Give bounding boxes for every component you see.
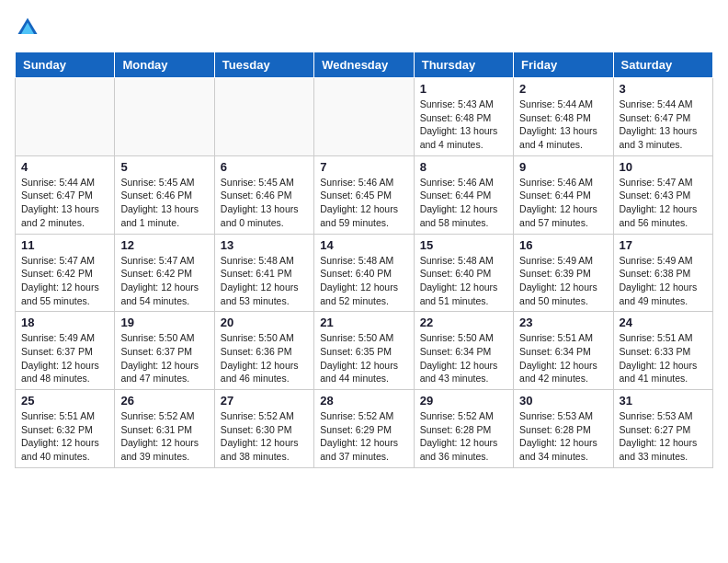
- calendar-cell: 18Sunrise: 5:49 AM Sunset: 6:37 PM Dayli…: [16, 312, 115, 390]
- logo-icon: [15, 15, 40, 40]
- calendar-cell: 14Sunrise: 5:48 AM Sunset: 6:40 PM Dayli…: [314, 234, 414, 312]
- day-number: 24: [620, 316, 707, 329]
- day-number: 12: [120, 238, 208, 252]
- day-info: Sunrise: 5:50 AM Sunset: 6:35 PM Dayligh…: [320, 331, 407, 385]
- day-number: 9: [519, 160, 607, 174]
- calendar-cell: 6Sunrise: 5:45 AM Sunset: 6:46 PM Daylig…: [214, 155, 313, 234]
- day-info: Sunrise: 5:50 AM Sunset: 6:37 PM Dayligh…: [120, 331, 208, 385]
- header-monday: Monday: [115, 52, 214, 78]
- calendar-cell: 24Sunrise: 5:51 AM Sunset: 6:33 PM Dayli…: [613, 312, 712, 390]
- day-info: Sunrise: 5:51 AM Sunset: 6:33 PM Dayligh…: [620, 331, 707, 385]
- calendar-cell: 10Sunrise: 5:47 AM Sunset: 6:43 PM Dayli…: [613, 155, 712, 234]
- day-info: Sunrise: 5:48 AM Sunset: 6:40 PM Dayligh…: [320, 254, 407, 308]
- calendar-cell: 4Sunrise: 5:44 AM Sunset: 6:47 PM Daylig…: [16, 155, 115, 234]
- calendar-cell: 23Sunrise: 5:51 AM Sunset: 6:34 PM Dayli…: [514, 312, 613, 390]
- calendar-week-2: 4Sunrise: 5:44 AM Sunset: 6:47 PM Daylig…: [16, 155, 713, 234]
- calendar-week-4: 18Sunrise: 5:49 AM Sunset: 6:37 PM Dayli…: [16, 312, 713, 390]
- day-number: 15: [420, 238, 507, 252]
- calendar-cell: [314, 78, 414, 156]
- calendar-cell: 15Sunrise: 5:48 AM Sunset: 6:40 PM Dayli…: [414, 234, 513, 312]
- day-info: Sunrise: 5:53 AM Sunset: 6:28 PM Dayligh…: [519, 409, 607, 464]
- calendar-cell: 3Sunrise: 5:44 AM Sunset: 6:47 PM Daylig…: [613, 78, 712, 156]
- calendar-cell: 11Sunrise: 5:47 AM Sunset: 6:42 PM Dayli…: [16, 234, 115, 312]
- day-number: 7: [320, 160, 407, 174]
- calendar-cell: 29Sunrise: 5:52 AM Sunset: 6:28 PM Dayli…: [414, 390, 513, 468]
- day-number: 25: [21, 394, 108, 408]
- day-info: Sunrise: 5:52 AM Sunset: 6:28 PM Dayligh…: [420, 409, 507, 464]
- calendar-cell: 27Sunrise: 5:52 AM Sunset: 6:30 PM Dayli…: [214, 390, 313, 468]
- day-number: 26: [120, 394, 208, 408]
- day-number: 28: [320, 394, 407, 408]
- day-number: 10: [620, 160, 707, 174]
- calendar-cell: 9Sunrise: 5:46 AM Sunset: 6:44 PM Daylig…: [514, 155, 613, 234]
- day-info: Sunrise: 5:47 AM Sunset: 6:42 PM Dayligh…: [21, 254, 108, 308]
- calendar-table: SundayMondayTuesdayWednesdayThursdayFrid…: [15, 52, 713, 468]
- calendar-cell: 2Sunrise: 5:44 AM Sunset: 6:48 PM Daylig…: [514, 78, 613, 156]
- day-info: Sunrise: 5:48 AM Sunset: 6:41 PM Dayligh…: [221, 254, 308, 308]
- day-number: 21: [320, 316, 407, 329]
- calendar-week-5: 25Sunrise: 5:51 AM Sunset: 6:32 PM Dayli…: [16, 390, 713, 468]
- day-info: Sunrise: 5:50 AM Sunset: 6:34 PM Dayligh…: [420, 331, 507, 385]
- day-number: 6: [221, 160, 308, 174]
- calendar-cell: 20Sunrise: 5:50 AM Sunset: 6:36 PM Dayli…: [214, 312, 313, 390]
- calendar-cell: 19Sunrise: 5:50 AM Sunset: 6:37 PM Dayli…: [115, 312, 214, 390]
- day-number: 11: [21, 238, 108, 252]
- calendar-cell: 30Sunrise: 5:53 AM Sunset: 6:28 PM Dayli…: [514, 390, 613, 468]
- day-number: 2: [519, 82, 607, 96]
- calendar-cell: 16Sunrise: 5:49 AM Sunset: 6:39 PM Dayli…: [514, 234, 613, 312]
- day-info: Sunrise: 5:46 AM Sunset: 6:44 PM Dayligh…: [519, 176, 607, 230]
- day-number: 29: [420, 394, 507, 408]
- day-info: Sunrise: 5:45 AM Sunset: 6:46 PM Dayligh…: [120, 176, 208, 230]
- day-info: Sunrise: 5:51 AM Sunset: 6:32 PM Dayligh…: [21, 409, 108, 464]
- day-info: Sunrise: 5:46 AM Sunset: 6:44 PM Dayligh…: [420, 176, 507, 230]
- day-info: Sunrise: 5:47 AM Sunset: 6:42 PM Dayligh…: [120, 254, 208, 308]
- calendar-cell: 17Sunrise: 5:49 AM Sunset: 6:38 PM Dayli…: [613, 234, 712, 312]
- calendar-cell: [214, 78, 313, 156]
- calendar-cell: 5Sunrise: 5:45 AM Sunset: 6:46 PM Daylig…: [115, 155, 214, 234]
- day-number: 22: [420, 316, 507, 329]
- day-info: Sunrise: 5:46 AM Sunset: 6:45 PM Dayligh…: [320, 176, 407, 230]
- day-number: 20: [221, 316, 308, 329]
- day-info: Sunrise: 5:52 AM Sunset: 6:29 PM Dayligh…: [320, 409, 407, 464]
- day-number: 16: [519, 238, 607, 252]
- calendar-cell: 31Sunrise: 5:53 AM Sunset: 6:27 PM Dayli…: [613, 390, 712, 468]
- day-info: Sunrise: 5:47 AM Sunset: 6:43 PM Dayligh…: [620, 176, 707, 230]
- day-number: 31: [620, 394, 707, 408]
- day-number: 30: [519, 394, 607, 408]
- day-number: 14: [320, 238, 407, 252]
- day-info: Sunrise: 5:49 AM Sunset: 6:39 PM Dayligh…: [519, 254, 607, 308]
- calendar-cell: 26Sunrise: 5:52 AM Sunset: 6:31 PM Dayli…: [115, 390, 214, 468]
- header-tuesday: Tuesday: [214, 52, 313, 78]
- day-number: 13: [221, 238, 308, 252]
- day-info: Sunrise: 5:50 AM Sunset: 6:36 PM Dayligh…: [221, 331, 308, 385]
- calendar-cell: [16, 78, 115, 156]
- calendar-cell: 25Sunrise: 5:51 AM Sunset: 6:32 PM Dayli…: [16, 390, 115, 468]
- logo: [15, 15, 44, 40]
- day-info: Sunrise: 5:49 AM Sunset: 6:37 PM Dayligh…: [21, 331, 108, 385]
- day-info: Sunrise: 5:49 AM Sunset: 6:38 PM Dayligh…: [620, 254, 707, 308]
- day-number: 19: [120, 316, 208, 329]
- calendar-cell: 13Sunrise: 5:48 AM Sunset: 6:41 PM Dayli…: [214, 234, 313, 312]
- day-info: Sunrise: 5:48 AM Sunset: 6:40 PM Dayligh…: [420, 254, 507, 308]
- day-info: Sunrise: 5:43 AM Sunset: 6:48 PM Dayligh…: [420, 98, 507, 152]
- header-thursday: Thursday: [414, 52, 513, 78]
- day-info: Sunrise: 5:52 AM Sunset: 6:30 PM Dayligh…: [221, 409, 308, 464]
- calendar-cell: 22Sunrise: 5:50 AM Sunset: 6:34 PM Dayli…: [414, 312, 513, 390]
- day-info: Sunrise: 5:51 AM Sunset: 6:34 PM Dayligh…: [519, 331, 607, 385]
- day-info: Sunrise: 5:44 AM Sunset: 6:47 PM Dayligh…: [21, 176, 108, 230]
- day-number: 5: [120, 160, 208, 174]
- day-info: Sunrise: 5:45 AM Sunset: 6:46 PM Dayligh…: [221, 176, 308, 230]
- day-info: Sunrise: 5:52 AM Sunset: 6:31 PM Dayligh…: [120, 409, 208, 464]
- header-saturday: Saturday: [613, 52, 712, 78]
- day-info: Sunrise: 5:44 AM Sunset: 6:48 PM Dayligh…: [519, 98, 607, 152]
- calendar-week-1: 1Sunrise: 5:43 AM Sunset: 6:48 PM Daylig…: [16, 78, 713, 156]
- day-number: 8: [420, 160, 507, 174]
- day-number: 17: [620, 238, 707, 252]
- calendar-cell: 21Sunrise: 5:50 AM Sunset: 6:35 PM Dayli…: [314, 312, 414, 390]
- day-number: 3: [620, 82, 707, 96]
- calendar-cell: 28Sunrise: 5:52 AM Sunset: 6:29 PM Dayli…: [314, 390, 414, 468]
- header-wednesday: Wednesday: [314, 52, 414, 78]
- calendar-cell: [115, 78, 214, 156]
- page-header: [15, 15, 713, 40]
- day-info: Sunrise: 5:53 AM Sunset: 6:27 PM Dayligh…: [620, 409, 707, 464]
